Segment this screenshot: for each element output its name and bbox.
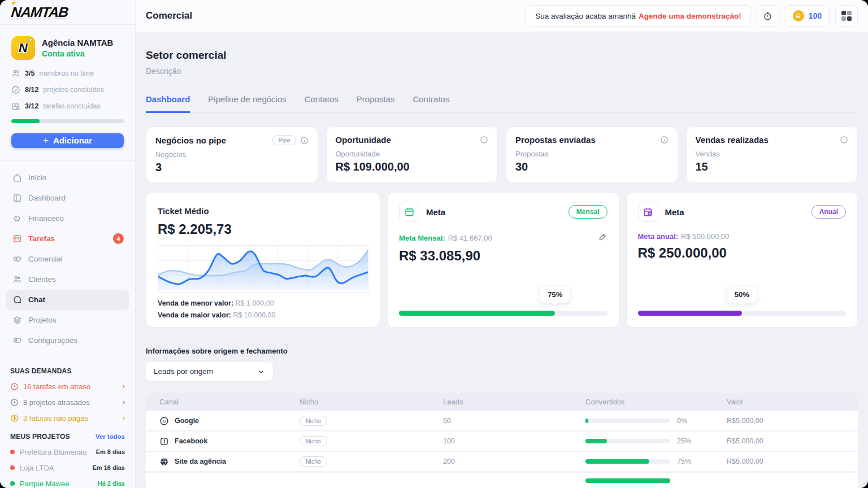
sidebar-item-tarefas[interactable]: Tarefas 4 bbox=[6, 229, 129, 249]
col-nicho: Nicho bbox=[300, 398, 443, 406]
plus-icon: + bbox=[43, 135, 49, 146]
goal-value: R$ 33.085,90 bbox=[399, 248, 607, 264]
ticket-medio-card: Ticket Médio R$ 2.205,73 bbox=[146, 192, 380, 328]
ticket-footer: Venda de menor valor: R$ 1.000,00 Venda … bbox=[158, 299, 368, 319]
timer-button[interactable] bbox=[757, 5, 779, 27]
kpi-negocios-no-pipe: Negócios no pipe Pipe Negócios 3 bbox=[146, 127, 318, 183]
progress-tooltip: 50% bbox=[727, 286, 757, 303]
chevron-down-icon bbox=[257, 368, 265, 376]
apps-button[interactable] bbox=[835, 5, 858, 27]
ticket-chart bbox=[158, 245, 368, 293]
col-valor: Valor bbox=[727, 398, 858, 406]
tab-contratos[interactable]: Contratos bbox=[413, 94, 449, 112]
add-button[interactable]: + Adicionar bbox=[11, 133, 124, 148]
conversion-bar bbox=[585, 478, 670, 483]
project-item[interactable]: Prefeitura Blumenau Em 8 dias bbox=[10, 448, 125, 456]
section-divider bbox=[146, 337, 858, 337]
conversion-pct: 0% bbox=[677, 417, 687, 425]
demand-faturas-nao-pagas[interactable]: 3 faturas não pagas › bbox=[10, 414, 125, 422]
table-row[interactable]: Site da agência Nicho 200 75% R$5.000,00 bbox=[146, 452, 858, 471]
avatar-star-icon: ✦ bbox=[28, 37, 32, 43]
section-title: Setor comercial bbox=[146, 49, 858, 62]
col-leads: Leads bbox=[443, 398, 585, 406]
tab-pipeline[interactable]: Pipeline de negócios bbox=[208, 94, 286, 112]
clipboard-check-icon bbox=[11, 102, 20, 111]
demand-tarefas-atraso[interactable]: 16 tarefas em atraso › bbox=[10, 382, 125, 391]
see-all-link[interactable]: Ver todos bbox=[96, 433, 125, 440]
max-sale-value: R$ 10.000,00 bbox=[233, 311, 275, 319]
agency-block[interactable]: ✦ N Agência NAMTAB Conta ativa bbox=[0, 25, 135, 60]
status-dot-green bbox=[10, 481, 15, 486]
sidebar-item-dashboard[interactable]: Dashboard bbox=[6, 188, 129, 208]
demand-label: 8 projetos atrasados bbox=[23, 398, 90, 407]
sidebar-item-configuracoes[interactable]: Configurações bbox=[6, 330, 129, 351]
stopwatch-icon bbox=[762, 11, 773, 21]
sidebar-item-label: Configurações bbox=[28, 336, 77, 345]
kpi-label: Propostas bbox=[515, 150, 669, 158]
sidebar-item-chat[interactable]: Chat bbox=[6, 290, 129, 310]
project-due: Há 2 dias bbox=[98, 480, 125, 487]
project-item[interactable]: Loja LTDA Em 16 dias bbox=[10, 464, 125, 472]
chat-icon bbox=[12, 295, 22, 304]
leads-count: 200 bbox=[443, 457, 585, 465]
project-due: Em 16 dias bbox=[93, 464, 125, 471]
edit-pencil-icon[interactable] bbox=[598, 232, 607, 243]
info-icon[interactable] bbox=[300, 136, 309, 145]
stat-projects: 8/12 projetos concluídos bbox=[11, 85, 124, 94]
mensal-badge: Mensal bbox=[568, 205, 607, 219]
stat-label: tarefas concluídas bbox=[43, 102, 100, 110]
table-row[interactable]: f Facebook Nicho 100 25% R$5.000,00 bbox=[146, 432, 858, 451]
leads-count: 100 bbox=[443, 437, 585, 445]
stat-label: projetos concluídos bbox=[43, 86, 104, 94]
project-due: Em 8 dias bbox=[96, 448, 125, 455]
agency-status: Conta ativa bbox=[42, 49, 113, 58]
clock-icon bbox=[10, 398, 19, 407]
info-icon[interactable] bbox=[480, 136, 488, 144]
stat-value: 8/12 bbox=[25, 86, 38, 94]
max-sale-label: Venda de maior valor: bbox=[158, 311, 231, 319]
credits-button[interactable]: 🏛 100 bbox=[785, 5, 830, 27]
trial-banner: Sua avaliação acaba amanhã Agende uma de… bbox=[526, 5, 750, 27]
add-button-label: Adicionar bbox=[53, 136, 92, 145]
goal-value: R$ 250.000,00 bbox=[638, 245, 847, 261]
app-window: ✦ NAMTAB ✦ N Agência NAMTAB Conta ativa … bbox=[0, 0, 868, 488]
leads-table: Canal Nicho Leads Convertidos Valor G Go… bbox=[146, 393, 858, 488]
kpi-title: Oportunidade bbox=[336, 135, 391, 145]
logo-star-icon: ✦ bbox=[10, 0, 16, 7]
kpi-label: Negócios bbox=[155, 150, 309, 159]
meta-mensal-card: Meta Mensal Meta Mensal: R$ 41.667,00 R$… bbox=[387, 192, 619, 328]
goal-label: Meta Mensal: bbox=[399, 234, 445, 242]
brand-logo[interactable]: ✦ NAMTAB bbox=[0, 0, 135, 25]
sidebar-item-comercial[interactable]: Comercial bbox=[6, 249, 129, 269]
calendar-clock-icon bbox=[638, 202, 658, 222]
goal-progressbar bbox=[399, 311, 607, 316]
sidebar-item-label: Clientes bbox=[28, 275, 56, 284]
conversion-bar bbox=[585, 439, 670, 443]
sidebar-item-projetos[interactable]: Projetos bbox=[6, 310, 129, 330]
kpi-row: Negócios no pipe Pipe Negócios 3 Oportun… bbox=[146, 127, 858, 183]
leads-count: 50 bbox=[443, 417, 585, 425]
sidebar-item-financeiro[interactable]: Financeiro bbox=[6, 208, 129, 229]
sidebar-bottom: SUAS DEMANDAS 16 tarefas em atraso › 8 p… bbox=[0, 359, 135, 488]
goal-target: R$ 41.667,00 bbox=[448, 234, 492, 242]
anual-badge: Anual bbox=[811, 205, 846, 219]
leads-origin-dropdown[interactable]: Leads por origem bbox=[146, 362, 273, 381]
sidebar-item-inicio[interactable]: Início bbox=[6, 168, 129, 188]
table-row[interactable]: G Google Nicho 50 0% R$5.000,00 bbox=[146, 411, 858, 430]
sidebar-item-clientes[interactable]: Clientes bbox=[6, 269, 129, 290]
projects-title: MEUS PROJETOS bbox=[10, 433, 70, 441]
schedule-demo-link[interactable]: Agende uma demonstração! bbox=[639, 12, 741, 20]
conversion-pct: 25% bbox=[677, 437, 691, 445]
project-item[interactable]: Parque Mawee Há 2 dias bbox=[10, 480, 125, 488]
tab-dashboard[interactable]: Dashboard bbox=[146, 94, 190, 113]
origin-section-title: Informações sobre origem e fechamento bbox=[146, 347, 858, 355]
tab-contatos[interactable]: Contatos bbox=[305, 94, 338, 112]
info-icon[interactable] bbox=[660, 136, 669, 144]
demand-projetos-atrasados[interactable]: 8 projetos atrasados › bbox=[10, 398, 125, 407]
info-icon[interactable] bbox=[840, 136, 848, 144]
tab-propostas[interactable]: Propostas bbox=[357, 94, 395, 112]
calendar-icon bbox=[399, 202, 419, 222]
demands-title: SUAS DEMANDAS bbox=[10, 367, 125, 375]
kpi-label: Oportunidade bbox=[336, 150, 489, 158]
alert-circle-icon bbox=[10, 382, 19, 391]
